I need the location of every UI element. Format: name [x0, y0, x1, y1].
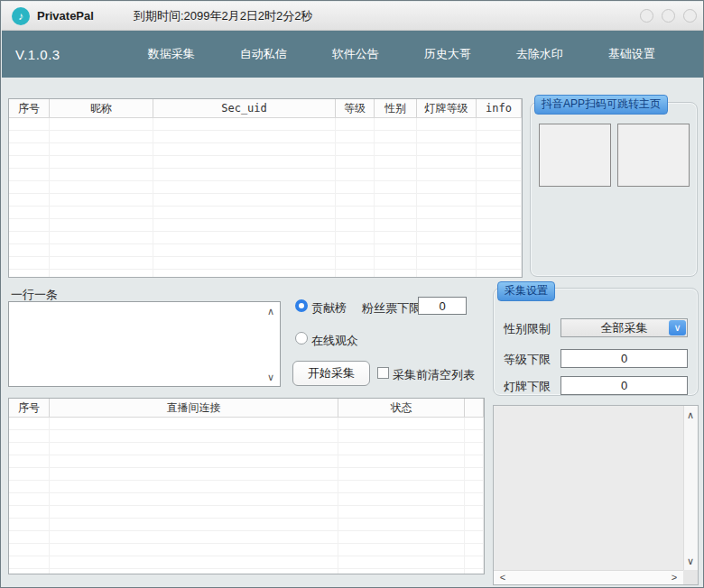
- col-secuid[interactable]: Sec_uid: [153, 99, 336, 117]
- horizontal-scrollbar[interactable]: < >: [494, 570, 683, 584]
- start-collect-button[interactable]: 开始采集: [292, 361, 370, 386]
- collect-settings-panel: 性别限制 全部采集 ∨ 等级下限 0 灯牌下限 0: [493, 288, 699, 396]
- lamp-min-input[interactable]: 0: [560, 376, 688, 395]
- vertical-scrollbar[interactable]: ∧ ∨: [683, 406, 698, 570]
- music-note-icon: ♪: [12, 7, 30, 25]
- gender-limit-label: 性别限制: [504, 321, 551, 337]
- close-button[interactable]: [683, 9, 697, 23]
- users-table-body: [9, 118, 522, 277]
- expiry-time-text: 到期时间:2099年2月2日2时2分2秒: [134, 8, 313, 24]
- contribution-radio-label[interactable]: 贡献榜: [311, 300, 347, 317]
- log-listbox[interactable]: ∧ ∨ < >: [493, 405, 699, 585]
- scroll-right-icon[interactable]: >: [668, 571, 681, 583]
- col-info[interactable]: info: [477, 99, 522, 117]
- nav-bar: V.1.0.3 数据采集 自动私信 软件公告 历史大哥 去除水印 基础设置: [2, 31, 704, 78]
- app-title: PrivatePal: [37, 9, 94, 23]
- scrollbar-corner: [683, 570, 698, 584]
- scroll-up-icon[interactable]: ∧: [684, 409, 697, 421]
- minimize-button[interactable]: [640, 9, 653, 23]
- app-window: ♪ PrivatePal 到期时间:2099年2月2日2时2分2秒 V.1.0.…: [0, 0, 704, 588]
- col-nickname[interactable]: 昵称: [50, 99, 153, 117]
- collect-settings-title-badge: 采集设置: [497, 281, 555, 301]
- rooms-table-body: [9, 418, 484, 574]
- tab-auto-message[interactable]: 自动私信: [218, 46, 310, 62]
- col-gender[interactable]: 性别: [375, 99, 417, 117]
- tab-history[interactable]: 历史大哥: [402, 46, 494, 62]
- maximize-button[interactable]: [662, 9, 675, 23]
- gender-limit-value: 全部采集: [601, 320, 648, 336]
- col-lamp-level[interactable]: 灯牌等级: [417, 99, 477, 117]
- tab-data-collect[interactable]: 数据采集: [125, 46, 218, 62]
- level-min-label: 等级下限: [504, 352, 551, 368]
- rooms-table-header: 序号 直播间连接 状态: [9, 399, 484, 418]
- qr-code-box-2[interactable]: [617, 124, 690, 187]
- chevron-down-icon[interactable]: ∨: [669, 320, 686, 335]
- nav-tabs: 数据采集 自动私信 软件公告 历史大哥 去除水印 基础设置: [125, 46, 678, 62]
- scroll-up-icon[interactable]: ∧: [264, 306, 277, 317]
- window-controls: [640, 9, 697, 23]
- tab-watermark[interactable]: 去除水印: [494, 46, 586, 62]
- col-room-link[interactable]: 直播间连接: [50, 399, 338, 417]
- title-bar: ♪ PrivatePal 到期时间:2099年2月2日2时2分2秒: [2, 2, 704, 31]
- gender-limit-select[interactable]: 全部采集 ∨: [560, 318, 688, 337]
- clear-before-collect-label[interactable]: 采集前清空列表: [393, 367, 475, 383]
- users-table[interactable]: 序号 昵称 Sec_uid 等级 性别 灯牌等级 info: [8, 98, 523, 278]
- qr-panel-title-badge: 抖音APP扫码可跳转主页: [534, 95, 668, 115]
- contribution-radio[interactable]: [295, 299, 308, 312]
- fan-ticket-label: 粉丝票下限: [362, 300, 421, 317]
- scroll-down-icon[interactable]: ∨: [684, 555, 697, 567]
- tab-settings[interactable]: 基础设置: [586, 46, 678, 62]
- tab-announcement[interactable]: 软件公告: [310, 46, 402, 62]
- clear-before-collect-checkbox[interactable]: [377, 367, 389, 379]
- users-table-header: 序号 昵称 Sec_uid 等级 性别 灯牌等级 info: [9, 99, 522, 118]
- col-room-index[interactable]: 序号: [9, 399, 50, 417]
- col-level[interactable]: 等级: [336, 99, 375, 117]
- level-min-input[interactable]: 0: [560, 349, 688, 368]
- version-label: V.1.0.3: [15, 47, 60, 62]
- col-room-status[interactable]: 状态: [338, 399, 465, 417]
- room-links-textarea[interactable]: ∧ ∨: [8, 301, 281, 387]
- scroll-left-icon[interactable]: <: [496, 571, 509, 583]
- lamp-min-label: 灯牌下限: [504, 379, 551, 395]
- online-viewers-radio-label[interactable]: 在线观众: [311, 333, 358, 349]
- fan-ticket-input[interactable]: 0: [418, 297, 467, 315]
- scroll-down-icon[interactable]: ∨: [264, 372, 277, 382]
- col-index[interactable]: 序号: [9, 99, 50, 117]
- qr-code-box-1[interactable]: [539, 124, 611, 187]
- online-viewers-radio[interactable]: [295, 332, 308, 345]
- qr-panel: [530, 102, 698, 277]
- rooms-table[interactable]: 序号 直播间连接 状态: [8, 398, 485, 574]
